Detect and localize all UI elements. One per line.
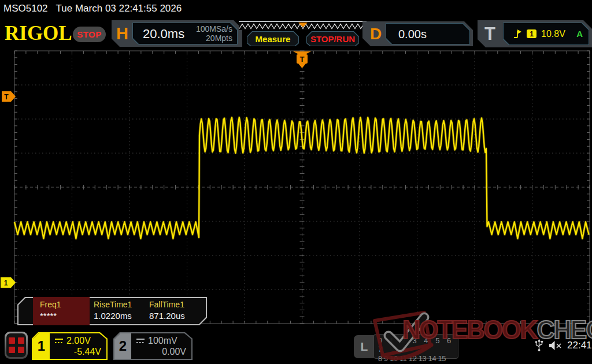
horizontal-label: H <box>116 24 128 43</box>
graticule <box>14 51 590 324</box>
measurement-panel: Freq1 ***** RiseTime1 1.0220ms FallTime1… <box>17 297 207 325</box>
sound-muted-icon <box>549 340 562 351</box>
trigger-level-letter: T <box>4 93 9 101</box>
channel1-marker-letter: 1 <box>4 279 8 287</box>
channel2-panel[interactable]: 2 100mV 0.00V <box>113 332 193 360</box>
measurement-freq1[interactable]: Freq1 ***** <box>33 297 90 325</box>
rigol-logo: RIGOL <box>5 22 72 45</box>
acquisition-rates: 100MSa/s 20Mpts <box>196 24 232 43</box>
preview-waveform <box>239 22 367 30</box>
delay-value: 0.00s <box>398 28 427 41</box>
trigger-level-marker[interactable]: T <box>2 91 16 102</box>
trigger-level-value: 10.8V <box>541 29 565 39</box>
sample-rate: 100MSa/s <box>196 24 232 34</box>
trigger-panel[interactable]: T 1 10.8V A <box>478 20 592 47</box>
usb-icon <box>535 339 543 352</box>
channel1-trace <box>14 117 589 239</box>
menu-button[interactable] <box>5 332 28 359</box>
horizontal-panel[interactable]: H 20.0ms 100MSa/s 20Mpts <box>112 20 242 47</box>
trigger-source-badge: 1 <box>527 29 536 38</box>
channel1-badge: 1 <box>33 333 50 359</box>
logic-channels-row1: 0 1 2 3 4 5 6 7 <box>378 336 454 354</box>
channel2-scale: 100mV <box>148 336 177 346</box>
logic-channels-row2: 8 9 10 11 12 13 14 15 <box>378 354 454 363</box>
trigger-position-marker[interactable]: T <box>293 51 311 68</box>
menu-grid-icon <box>6 333 26 357</box>
delay-box: 0.00s <box>386 23 470 44</box>
trigger-flag-letter: T <box>300 55 305 64</box>
clock-text: 22:41 <box>567 340 592 351</box>
datetime-text: Tue March 03 22:41:55 2026 <box>56 3 182 14</box>
memory-depth: 20Mpts <box>196 34 232 43</box>
scope-display: T T 1 <box>0 47 592 325</box>
trigger-label: T <box>484 24 495 44</box>
measurement-risetime1[interactable]: RiseTime1 1.0220ms <box>94 297 147 325</box>
rising-edge-icon <box>513 29 522 39</box>
channel1-scale: 2.00V <box>66 336 91 346</box>
delay-panel[interactable]: D 0.00s <box>362 21 473 46</box>
logic-channels-panel[interactable]: 0 1 2 3 4 5 6 7 8 9 10 11 12 13 14 15 <box>373 334 458 359</box>
dc-coupling-icon <box>54 337 64 344</box>
model-name: MSO5102 <box>3 3 48 14</box>
oscilloscope-screen: MSO5102Tue March 03 22:41:55 2026 RIGOL … <box>0 0 592 364</box>
waveform-preview-strip[interactable] <box>239 21 367 30</box>
channel1-offset: -5.44V <box>54 347 101 357</box>
run-state-badge: STOP <box>73 27 106 42</box>
timebase-value: 20.0ms <box>143 27 184 42</box>
trigger-mode: A <box>576 29 583 39</box>
channel1-offset-marker[interactable]: 1 <box>1 277 16 288</box>
channel2-offset: 0.00V <box>136 347 186 357</box>
timebase-box: 20.0ms 100MSa/s 20Mpts <box>132 23 238 44</box>
logic-analyzer-tab[interactable]: L <box>354 335 375 358</box>
channel2-badge: 2 <box>114 333 131 359</box>
channel1-panel[interactable]: 1 2.00V -5.44V <box>32 332 108 360</box>
delay-label: D <box>370 25 382 43</box>
measure-button[interactable]: Measure <box>247 31 299 46</box>
trigger-box: 1 10.8V A <box>503 23 589 45</box>
measurement-falltime1[interactable]: FallTime1 871.20us <box>149 297 202 325</box>
dc-coupling-icon <box>136 337 145 344</box>
stop-run-button[interactable]: STOP/RUN <box>306 31 359 46</box>
titlebar: MSO5102Tue March 03 22:41:55 2026 <box>3 3 182 14</box>
